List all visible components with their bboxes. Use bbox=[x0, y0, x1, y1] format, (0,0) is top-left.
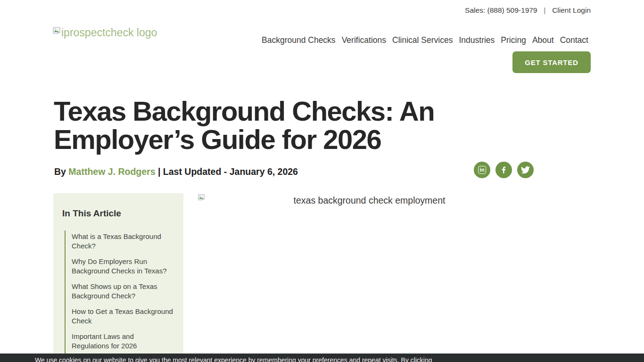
toc-list: What is a Texas Background Check? Why Do… bbox=[65, 230, 183, 362]
hero-image: texas background check employment bbox=[198, 192, 541, 206]
main-nav: Background Checks Verifications Clinical… bbox=[262, 35, 588, 45]
byline-date: | Last Updated - January 6, 2026 bbox=[156, 166, 298, 177]
get-started-button[interactable]: GET STARTED bbox=[512, 51, 591, 73]
toc-link-what-shows[interactable]: What Shows up on a Texas Background Chec… bbox=[72, 282, 173, 301]
hero-image-alt-text: texas background check employment bbox=[198, 192, 541, 206]
toc-link-why-run[interactable]: Why Do Employers Run Background Checks i… bbox=[72, 257, 173, 276]
nav-item-industries[interactable]: Industries bbox=[459, 35, 495, 45]
client-login-link[interactable]: Client Login bbox=[552, 6, 591, 15]
nav-item-background-checks[interactable]: Background Checks bbox=[262, 35, 336, 45]
social-share-bar: in bbox=[474, 162, 534, 178]
utility-separator: | bbox=[544, 7, 546, 14]
nav-item-verifications[interactable]: Verifications bbox=[342, 35, 386, 45]
author-link[interactable]: Matthew J. Rodgers bbox=[68, 166, 155, 177]
toc-link-how-to-get[interactable]: How to Get a Texas Background Check bbox=[72, 307, 173, 326]
toc-link-laws[interactable]: Important Laws and Regulations for 2026 bbox=[72, 332, 173, 351]
page: Sales: (888) 509-1979 | Client Login ipr… bbox=[0, 0, 644, 362]
nav-item-contact[interactable]: Contact bbox=[560, 35, 588, 45]
sales-phone-label: Sales: (888) 509-1979 bbox=[465, 6, 537, 15]
twitter-icon bbox=[521, 165, 530, 174]
linkedin-icon: in bbox=[478, 166, 486, 174]
site-logo[interactable]: iprospectcheck logo bbox=[52, 26, 157, 39]
nav-item-about[interactable]: About bbox=[532, 35, 554, 45]
logo-alt-text: iprospectcheck logo bbox=[61, 26, 157, 39]
toc-link-what-is[interactable]: What is a Texas Background Check? bbox=[72, 232, 173, 251]
facebook-share-button[interactable] bbox=[495, 162, 512, 178]
cookie-banner-text: We use cookies on our website to give yo… bbox=[35, 356, 432, 362]
toc-title: In This Article bbox=[53, 193, 183, 219]
utility-bar: Sales: (888) 509-1979 | Client Login bbox=[465, 6, 591, 15]
broken-image-icon bbox=[198, 194, 205, 203]
cookie-banner: We use cookies on our website to give yo… bbox=[0, 354, 644, 362]
byline: By Matthew J. Rodgers | Last Updated - J… bbox=[54, 166, 298, 177]
nav-item-clinical-services[interactable]: Clinical Services bbox=[392, 35, 453, 45]
linkedin-share-button[interactable]: in bbox=[474, 162, 490, 178]
facebook-icon bbox=[499, 165, 508, 174]
byline-prefix: By bbox=[54, 166, 68, 177]
nav-item-pricing[interactable]: Pricing bbox=[501, 35, 526, 45]
article-title: Texas Background Checks: An Employer’s G… bbox=[54, 97, 502, 154]
twitter-share-button[interactable] bbox=[517, 162, 534, 178]
broken-image-icon bbox=[52, 26, 61, 37]
toc-panel: In This Article What is a Texas Backgrou… bbox=[53, 193, 183, 362]
